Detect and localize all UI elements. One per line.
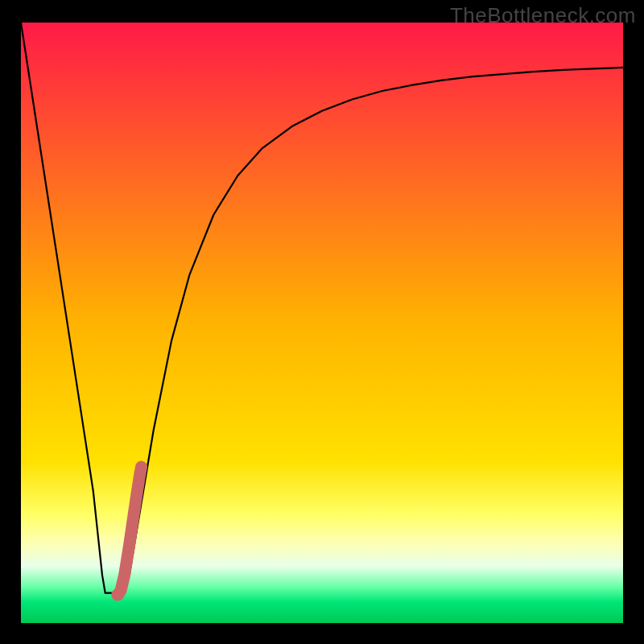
bottleneck-chart — [21, 23, 623, 623]
chart-background — [21, 23, 623, 623]
watermark-text: TheBottleneck.com — [450, 3, 636, 28]
plot-area — [21, 23, 623, 623]
